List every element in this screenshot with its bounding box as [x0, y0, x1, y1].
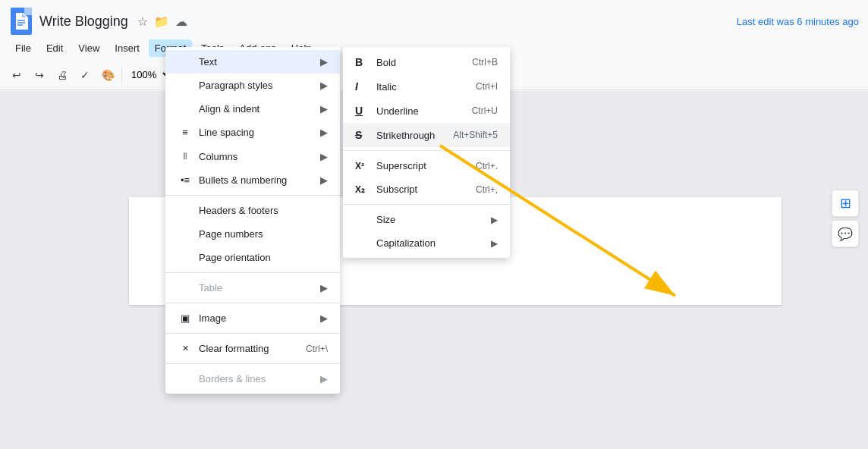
format-clearformat-item[interactable]: ✕ Clear formatting Ctrl+\ [165, 337, 340, 360]
format-pagenumbers-label: Page numbers [199, 228, 263, 240]
format-divider-2 [165, 272, 340, 273]
format-clearformat-label: Clear formatting [199, 343, 269, 354]
print-button[interactable]: 🖨 [52, 64, 73, 86]
text-underline-item[interactable]: U Underline Ctrl+U [343, 99, 510, 123]
format-divider-3 [165, 303, 340, 303]
format-divider-4 [165, 333, 340, 334]
text-arrow-icon: ▶ [320, 56, 328, 68]
columns-icon: ⫴ [178, 150, 193, 162]
clearformat-shortcut: Ctrl+\ [306, 344, 328, 354]
format-borders-item[interactable]: Borders & lines ▶ [165, 367, 340, 391]
text-submenu: B Bold Ctrl+B I Italic Ctrl+I U Underlin… [343, 47, 510, 258]
cap-arrow-icon: ▶ [491, 238, 498, 249]
text-superscript-label: Superscript [376, 160, 426, 171]
add-comment-button[interactable]: 💬 [832, 220, 859, 247]
text-bold-label: Bold [376, 57, 396, 68]
spellcheck-button[interactable]: ✓ [74, 64, 96, 86]
doc-icon-blue [11, 8, 32, 35]
format-menu: Text ▶ Paragraph styles ▶ Align & indent… [165, 47, 340, 394]
borders-arrow-icon: ▶ [320, 373, 328, 385]
text-size-label: Size [376, 214, 395, 225]
format-borders-label: Borders & lines [199, 373, 266, 385]
toolbar-divider-1 [121, 68, 122, 83]
bullets-icon: •≡ [178, 174, 193, 186]
format-pageorientation-label: Page orientation [199, 252, 271, 263]
subscript-shortcut: Ctrl+, [476, 184, 498, 195]
image-arrow-icon: ▶ [320, 312, 328, 324]
undo-button[interactable]: ↩ [6, 64, 27, 86]
text-subscript-item[interactable]: X₂ Subscript Ctrl+, [343, 177, 510, 201]
menu-edit[interactable]: Edit [40, 39, 69, 57]
format-headers-label: Headers & footers [199, 205, 278, 216]
format-table-label: Table [199, 282, 222, 294]
format-divider-5 [165, 363, 340, 364]
text-cap-item[interactable]: Capitalization ▶ [343, 231, 510, 255]
strikethrough-icon: S [355, 129, 370, 141]
align-arrow-icon: ▶ [320, 103, 328, 115]
text-strikethrough-label: Strikethrough [376, 130, 435, 141]
format-text-label: Text [199, 56, 217, 68]
menu-view[interactable]: View [72, 39, 105, 57]
app-icon [9, 6, 33, 36]
add-page-button[interactable]: ⊞ [832, 190, 859, 217]
format-bullets-item[interactable]: •≡ Bullets & numbering ▶ [165, 168, 340, 192]
menu-file[interactable]: File [9, 39, 37, 57]
format-linespacing-label: Line spacing [199, 127, 254, 138]
format-align-item[interactable]: Align & indent ▶ [165, 97, 340, 121]
paint-format-button[interactable]: 🎨 [97, 64, 118, 86]
format-headers-item[interactable]: Headers & footers [165, 199, 340, 222]
format-columns-item[interactable]: ⫴ Columns ▶ [165, 144, 340, 168]
bold-icon: B [355, 56, 370, 68]
last-edit-link[interactable]: Last edit was 6 minutes ago [737, 16, 859, 27]
underline-icon: U [355, 105, 370, 117]
text-strikethrough-item[interactable]: S Strikethrough Alt+Shift+5 [343, 123, 510, 147]
text-divider-2 [343, 204, 510, 205]
menu-insert[interactable]: Insert [108, 39, 146, 57]
subscript-icon: X₂ [355, 184, 370, 195]
paragraph-arrow-icon: ▶ [320, 80, 328, 91]
bold-shortcut: Ctrl+B [472, 57, 498, 68]
format-bullets-label: Bullets & numbering [199, 174, 287, 186]
format-divider-1 [165, 195, 340, 196]
superscript-shortcut: Ctrl+. [476, 161, 498, 171]
italic-shortcut: Ctrl+I [476, 81, 498, 92]
format-pagenumbers-item[interactable]: Page numbers [165, 222, 340, 246]
italic-icon: I [355, 80, 370, 93]
strikethrough-shortcut: Alt+Shift+5 [453, 130, 498, 140]
text-italic-item[interactable]: I Italic Ctrl+I [343, 74, 510, 99]
table-arrow-icon: ▶ [320, 282, 328, 294]
columns-arrow-icon: ▶ [320, 151, 328, 162]
doc-title: Write Blogging [39, 14, 128, 30]
folder-icon[interactable]: 📁 [154, 14, 169, 29]
format-table-item[interactable]: Table ▶ [165, 276, 340, 300]
title-icons: ☆ 📁 ☁ [137, 14, 187, 29]
text-bold-item[interactable]: B Bold Ctrl+B [343, 50, 510, 74]
format-linespacing-item[interactable]: ≡ Line spacing ▶ [165, 121, 340, 144]
format-text-item[interactable]: Text ▶ [165, 50, 340, 74]
side-toolbar: ⊞ 💬 [832, 190, 859, 247]
text-subscript-label: Subscript [376, 184, 417, 195]
redo-button[interactable]: ↪ [29, 64, 50, 86]
text-cap-label: Capitalization [376, 237, 436, 249]
cloud-icon[interactable]: ☁ [175, 14, 187, 29]
superscript-icon: X² [355, 161, 370, 171]
top-bar: Write Blogging ☆ 📁 ☁ Last edit was 6 min… [0, 0, 868, 36]
linespacing-arrow-icon: ▶ [320, 127, 328, 138]
format-paragraph-label: Paragraph styles [199, 80, 273, 91]
clearformat-icon: ✕ [178, 344, 193, 353]
text-italic-label: Italic [376, 81, 397, 93]
star-icon[interactable]: ☆ [137, 14, 148, 29]
image-icon: ▣ [178, 312, 193, 324]
format-image-label: Image [199, 312, 226, 324]
format-align-label: Align & indent [199, 103, 259, 115]
text-divider-1 [343, 150, 510, 151]
text-size-item[interactable]: Size ▶ [343, 208, 510, 231]
size-arrow-icon: ▶ [491, 215, 498, 225]
format-pageorientation-item[interactable]: Page orientation [165, 246, 340, 269]
text-underline-label: Underline [376, 105, 419, 117]
format-image-item[interactable]: ▣ Image ▶ [165, 306, 340, 330]
format-paragraph-item[interactable]: Paragraph styles ▶ [165, 74, 340, 97]
bullets-arrow-icon: ▶ [320, 174, 328, 186]
underline-shortcut: Ctrl+U [472, 105, 498, 116]
text-superscript-item[interactable]: X² Superscript Ctrl+. [343, 154, 510, 177]
